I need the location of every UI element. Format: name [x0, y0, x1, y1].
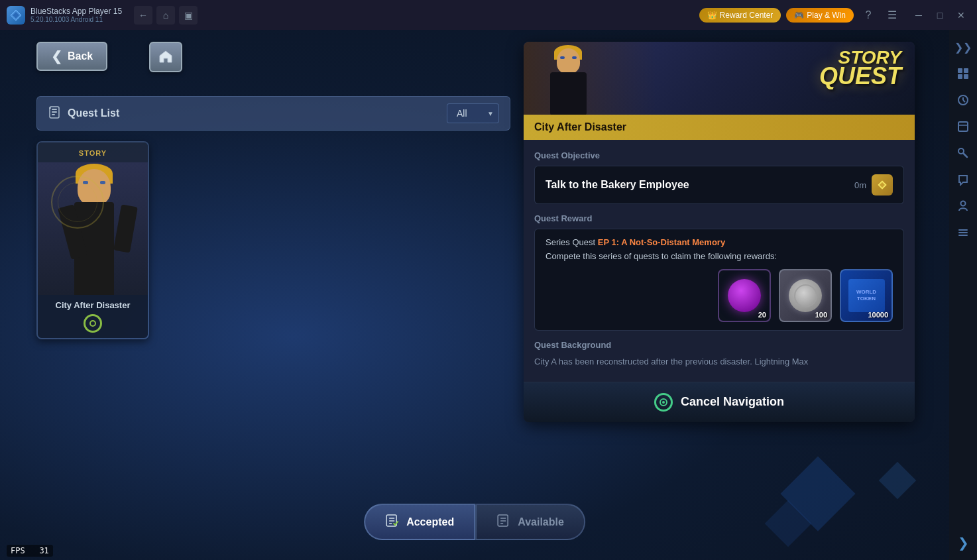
book-text: WORLDTOKEN — [856, 289, 876, 302]
quest-filter-wrapper[interactable]: All Story Side Daily — [447, 103, 499, 123]
home-icon — [158, 49, 174, 65]
detail-char-head — [557, 48, 580, 74]
reward-items: 20 100 WORLDTOKEN — [546, 269, 893, 322]
tab-accepted[interactable]: Accepted — [364, 504, 475, 540]
story-quest-logo: STORY QUEST — [819, 48, 901, 88]
cancel-nav-icon — [654, 393, 673, 412]
fps-value: 31 — [39, 546, 48, 555]
background-text: City A has been reconstructed after the … — [534, 355, 904, 368]
close-button[interactable]: ✕ — [952, 6, 970, 25]
svg-rect-18 — [52, 109, 57, 110]
app-logo — [7, 6, 25, 25]
detail-header-image: STORY QUEST — [524, 42, 915, 115]
cancel-nav-label: Cancel Navigation — [681, 395, 784, 409]
reward-series-text: Series Quest EP 1: A Not-So-Distant Memo… — [546, 237, 893, 247]
svg-rect-2 — [958, 68, 962, 73]
objective-section-label: Quest Objective — [534, 150, 904, 160]
sidebar-icon-2[interactable] — [951, 88, 975, 112]
back-arrow-icon: ❮ — [51, 48, 62, 64]
cancel-navigation-button[interactable]: Cancel Navigation — [524, 382, 915, 422]
svg-line-12 — [963, 153, 967, 157]
book-icon: WORLDTOKEN — [848, 279, 885, 312]
reward-center-button[interactable]: 👑 Reward Center — [699, 8, 781, 23]
sidebar-icon-7[interactable] — [951, 221, 975, 245]
bottom-tabs: Accepted Available — [364, 504, 585, 540]
detail-char-body — [550, 72, 587, 115]
sidebar-icon-1[interactable] — [951, 62, 975, 85]
play-win-button[interactable]: 🎮 Play & Win — [786, 8, 854, 23]
quest-card[interactable]: STORY — [36, 141, 149, 339]
minimize-button[interactable]: ─ — [909, 6, 928, 25]
reward-series-prefix: Series Quest — [546, 237, 598, 247]
background-section-label: Quest Background — [534, 340, 904, 350]
svg-rect-4 — [958, 74, 962, 79]
window-controls: ─ □ ✕ — [909, 6, 970, 25]
char-right-arm — [113, 204, 138, 252]
right-sidebar: ❯❯ ❯ — [949, 30, 977, 560]
sidebar-icon-4[interactable] — [951, 141, 975, 165]
help-button[interactable]: ? — [859, 6, 878, 25]
sidebar-icon-6[interactable] — [951, 194, 975, 218]
sidebar-scroll-arrow[interactable]: ❯ — [951, 531, 975, 555]
quest-card-story-label: STORY — [79, 149, 107, 157]
sidebar-expand-icon[interactable]: ❯❯ — [951, 35, 975, 59]
objective-distance: 0m — [854, 180, 866, 190]
quest-list-icon — [48, 105, 61, 122]
available-tab-icon — [496, 513, 511, 531]
svg-rect-20 — [52, 114, 55, 115]
quest-card-image — [38, 162, 149, 295]
objective-icon — [872, 174, 893, 196]
quest-card-title: City After Disaster — [44, 300, 141, 310]
svg-rect-15 — [958, 232, 968, 233]
story-quest-quest-text: QUEST — [819, 64, 901, 88]
reward-series-link: EP 1: A Not-So-Distant Memory — [598, 237, 725, 247]
reward-section-label: Quest Reward — [534, 213, 904, 223]
reward-book-count: 10000 — [868, 311, 888, 319]
home-nav-btn[interactable]: ⌂ — [156, 6, 175, 25]
reward-coin-count: 100 — [815, 311, 827, 319]
svg-rect-5 — [964, 74, 968, 79]
svg-rect-9 — [958, 122, 968, 131]
sidebar-icon-3[interactable] — [951, 115, 975, 139]
reward-crown-icon: 👑 — [707, 11, 717, 20]
detail-char — [530, 48, 610, 115]
app-name: BlueStacks App Player 15 — [30, 7, 122, 16]
char-legs — [74, 258, 114, 295]
recent-nav-btn[interactable]: ▣ — [179, 6, 198, 25]
svg-rect-3 — [964, 68, 968, 73]
reward-section: Quest Reward Series Quest EP 1: A Not-So… — [534, 213, 904, 331]
home-button[interactable] — [149, 42, 182, 72]
objective-text: Talk to the Bakery Employee — [546, 179, 689, 191]
menu-button[interactable]: ☰ — [883, 6, 901, 25]
svg-line-8 — [963, 100, 965, 102]
quest-card-header: STORY — [38, 142, 148, 162]
available-tab-label: Available — [518, 516, 564, 528]
back-nav-btn[interactable]: ← — [134, 6, 152, 25]
background-section: Quest Background City A has been reconst… — [534, 340, 904, 371]
quest-list-header: Quest List All Story Side Daily — [36, 96, 510, 131]
svg-rect-19 — [52, 111, 57, 113]
accepted-tab-icon — [385, 513, 400, 531]
detail-title-bar: City After Disaster — [524, 115, 915, 140]
svg-rect-14 — [958, 229, 968, 231]
svg-point-24 — [662, 401, 665, 404]
titlebar: BlueStacks App Player 15 5.20.10.1003 An… — [0, 0, 977, 30]
quest-filter-select[interactable]: All Story Side Daily — [447, 103, 499, 123]
detail-title-text: City After Disaster — [534, 121, 626, 133]
reward-box: Series Quest EP 1: A Not-So-Distant Memo… — [534, 229, 904, 331]
play-win-icon: 🎮 — [794, 11, 804, 20]
coin-icon — [789, 279, 822, 312]
objective-section: Quest Objective Talk to the Bakery Emplo… — [534, 150, 904, 204]
back-label: Back — [68, 50, 93, 62]
back-button[interactable]: ❮ Back — [36, 42, 107, 71]
quest-list-label: Quest List — [68, 107, 440, 119]
reward-gem-count: 20 — [758, 311, 766, 319]
tab-available[interactable]: Available — [475, 504, 585, 540]
nav-controls: ← ⌂ ▣ — [134, 6, 198, 25]
svg-rect-16 — [958, 235, 968, 236]
gem-icon — [728, 279, 761, 312]
fps-indicator: FPS 31 — [7, 545, 53, 557]
sidebar-icon-5[interactable] — [951, 168, 975, 192]
maximize-button[interactable]: □ — [931, 6, 949, 25]
objective-right: 0m — [854, 174, 893, 196]
